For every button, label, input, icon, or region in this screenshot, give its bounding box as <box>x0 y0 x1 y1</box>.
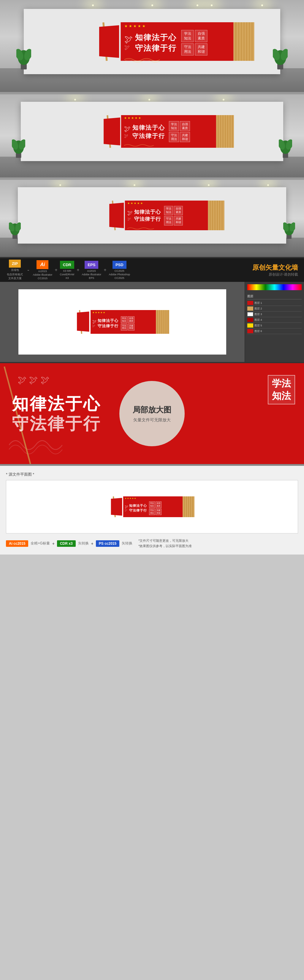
note-ai: 全精+G标量 <box>30 541 49 546</box>
plant-right-m <box>279 131 292 159</box>
layer-row-2[interactable]: 图层 2 <box>247 306 302 312</box>
room-wall: ★ ★ ★ ★ ★ 🕊 🕊 知律法于心 守法律于行 <box>24 9 280 74</box>
editor-canvas-area: ★★★★★ 🕊 🕊 知律法于心守法律于行 学法知法 自强素质 <box>0 282 245 362</box>
format-bar: ZIP 压缩包 包含所有格式文件及方案 - Ai cc2015 Adobe Il… <box>0 258 304 282</box>
note-line2: *效果图仅供参考，以实际平面图为准 <box>138 544 192 549</box>
plus-3: + <box>103 267 106 273</box>
zip-sublabel: 包含所有格式文件及方案 <box>6 273 24 280</box>
divider-1 <box>0 92 304 94</box>
zoom-box-xuefa: 学法 知法 <box>268 375 295 404</box>
main-title-line2: 守法律于行 <box>135 43 177 53</box>
source-section: * 源文件平面图 * ★★★★★ 🕊 🕊 知律法于心守法律于行 <box>0 466 304 555</box>
layer-row-4[interactable]: 图层 4 <box>247 317 302 323</box>
note-line1: *文件尺寸可随意更改，可无限放大 <box>138 538 192 544</box>
canvas-inner: ★★★★★ 🕊 🕊 知律法于心守法律于行 学法知法 自强素质 <box>18 289 226 355</box>
zoom-main-text: 知律法于心 守法律于行 <box>0 394 101 433</box>
sw-ps-badge: PS cc2015 <box>96 540 119 547</box>
format-zip: ZIP 压缩包 包含所有格式文件及方案 <box>6 259 24 280</box>
layer-row-1[interactable]: 图层 1 <box>247 300 302 306</box>
layer-row-6[interactable]: 图层 6 <box>247 328 302 334</box>
plant-left-m <box>12 131 25 159</box>
format-psd: PSD CC2025 Adobe Photoshop CC2025 <box>109 261 130 280</box>
eps-badge: EPS <box>84 261 98 269</box>
format-subtitle: 原创设计·请勿转载 <box>255 272 298 277</box>
cdr-badge: CDR <box>60 261 74 269</box>
zoom-badge-sub: 矢量文件可无限放大 <box>133 417 171 423</box>
artwork-medium: ★★★★★ 🕊 🕊 知律法于心守法律于行 学法知法 自强素质 守法用法 共建和谐 <box>102 115 234 148</box>
separator-1: - <box>27 267 29 274</box>
format-main-title: 原创矢量文化墙 <box>252 263 298 272</box>
zoom-line2: 守法律于行 <box>12 414 101 433</box>
sw-ai-badge: Ai cc2015 <box>6 540 28 547</box>
zoom-birds: 🕊 🕊 🕊 <box>18 375 49 385</box>
plant-right-s <box>283 215 295 240</box>
software-stack: Ai cc2015 全精+G标量 + CDR x3 矢转换 + PS cc201… <box>6 540 132 547</box>
format-eps: EPS cc2015 Adobe Illustrator EPS <box>82 261 102 280</box>
layers-header: 图层 <box>247 294 302 299</box>
ceiling-lights <box>0 0 304 0</box>
editor-section: ★★★★★ 🕊 🕊 知律法于心守法律于行 学法知法 自强素质 <box>0 282 304 362</box>
zoom-badge-title: 局部放大图 <box>133 405 171 415</box>
source-preview-box: ★★★★★ 🕊 🕊 知律法于心守法律于行 学法知法 自强素质 守法用法 共建和谐 <box>6 480 298 533</box>
color-spectrum <box>247 284 302 290</box>
note-cdr: 矢转换 <box>78 541 89 546</box>
source-notes: *文件尺寸可随意更改，可无限放大 *效果图仅供参考，以实际平面图为准 <box>138 538 192 549</box>
star3: ★ <box>133 24 137 28</box>
wave-decoration <box>124 57 160 63</box>
source-label: * 源文件平面图 * <box>6 472 298 477</box>
artwork-small: ★★★★★ 🕊 🕊 知律法于心守法律于行 学法知法 自强素质 守法用法 共建和谐 <box>108 200 224 230</box>
plant-left-s <box>9 215 21 240</box>
zip-label: 压缩包 <box>11 268 19 272</box>
source-artwork-flat: ★★★★★ 🕊 🕊 知律法于心守法律于行 学法知法 自强素质 守法用法 共建和谐 <box>110 496 194 517</box>
zoom-badge: 局部放大图 矢量文件可无限放大 <box>119 381 185 446</box>
layer-row-3[interactable]: 图层 3 <box>247 312 302 317</box>
bg-wave-left <box>9 433 62 458</box>
sw-cdr-badge: CDR x3 <box>57 540 76 547</box>
star5: ★ <box>142 24 145 28</box>
plus-sw-1: + <box>52 541 55 546</box>
psd-badge: PSD <box>113 261 126 269</box>
zoom-line1: 知律法于心 <box>12 394 101 414</box>
box-3: 守法用法 <box>181 43 194 56</box>
zip-badge: ZIP <box>9 259 21 267</box>
zoom-right-boxes: 学法 知法 <box>268 375 295 404</box>
layers-list: 图层 图层 1 图层 2 图层 3 图层 4 图层 5 <box>245 293 304 362</box>
room-view-medium: ★★★★★ 🕊 🕊 知律法于心守法律于行 学法知法 自强素质 守法用法 共建和谐 <box>0 94 304 177</box>
star2: ★ <box>129 24 132 28</box>
plus-sw-2: + <box>91 541 94 546</box>
wall-small: ★★★★★ 🕊 🕊 知律法于心守法律于行 学法知法 自强素质 守法用法 共建和谐 <box>18 187 286 243</box>
plant-left <box>16 40 31 71</box>
wall-medium: ★★★★★ 🕊 🕊 知律法于心守法律于行 学法知法 自强素质 守法用法 共建和谐 <box>21 102 283 161</box>
cultural-wall-artwork: ★ ★ ★ ★ ★ 🕊 🕊 知律法于心 守法律于行 <box>97 22 255 61</box>
editor-layers-panel: 图层 图层 1 图层 2 图层 3 图层 4 图层 5 <box>245 282 304 362</box>
room-view-large: ★ ★ ★ ★ ★ 🕊 🕊 知律法于心 守法律于行 <box>0 0 304 92</box>
main-title-line1: 知律法于心 <box>135 32 177 43</box>
format-ai: Ai cc2015 Adobe Illustrator CC2015 <box>33 260 53 280</box>
layer-row-5[interactable]: 图层 5 <box>247 323 302 328</box>
room-view-small: ★★★★★ 🕊 🕊 知律法于心守法律于行 学法知法 自强素质 守法用法 共建和谐 <box>0 180 304 257</box>
plant-right <box>273 40 288 71</box>
star4: ★ <box>138 24 141 28</box>
box-1: 学法知法 <box>181 30 194 42</box>
source-info-bar: Ai cc2015 全精+G标量 + CDR x3 矢转换 + PS cc201… <box>6 538 298 549</box>
plus-1: + <box>55 267 57 273</box>
canvas-artwork-preview: ★★★★★ 🕊 🕊 知律法于心守法律于行 学法知法 自强素质 <box>76 310 169 334</box>
star1: ★ <box>124 24 128 28</box>
divider-2 <box>0 177 304 180</box>
plus-2: + <box>76 267 79 273</box>
wood-section <box>234 22 255 61</box>
note-ps: 矢转换 <box>122 541 132 546</box>
zoom-section: 🕊 🕊 🕊 知律法于心 守法律于行 学法 知法 局部放大图 矢量文件可无限放大 <box>0 363 304 464</box>
box-2: 自强素质 <box>195 30 207 42</box>
box-4: 共建和谐 <box>195 43 207 56</box>
ai-badge: Ai <box>37 260 48 269</box>
format-cdr: CDR X3 MH CorelDRAW X3 <box>60 261 75 280</box>
